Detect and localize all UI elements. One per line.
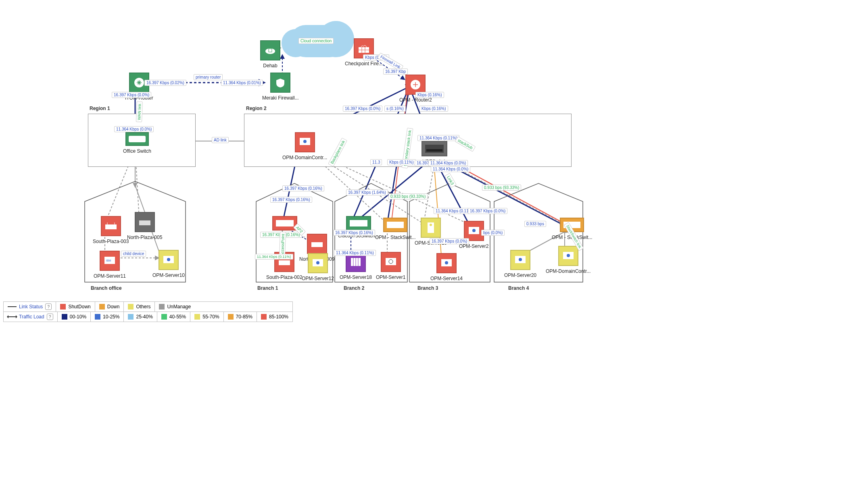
legend-label: Link Status	[19, 304, 43, 310]
svg-point-73	[445, 261, 448, 264]
link-label: Kbps (0.16%)	[415, 92, 444, 98]
node-label: OPM-Server1	[376, 274, 405, 280]
cloud-node-icon	[260, 40, 280, 60]
link-label: 16.397 Kbps (0.0%)	[112, 92, 151, 98]
pc-icon	[295, 132, 315, 152]
legend-traffic-load: Traffic Load ?	[4, 312, 58, 322]
link-label: bps (0.0%)	[481, 230, 505, 236]
node-north-plaza-005[interactable]: North-Plaza-005	[127, 212, 162, 240]
legend-t3: 25-40%	[124, 312, 157, 322]
link-label: 0.933 bps (93.33%)	[388, 193, 428, 199]
node-opm-router2[interactable]: OPM - Router2	[399, 75, 432, 103]
link-label: primary router	[194, 74, 223, 80]
legend-t4: 40-55%	[157, 312, 190, 322]
node-opm-domain2[interactable]: OPM-DomainContr...	[546, 246, 590, 274]
pc-icon	[308, 253, 328, 273]
link-label: 11.364 Kbps (0.0%)	[431, 166, 470, 172]
node-label: North-Plaza-005	[127, 235, 162, 240]
topology-canvas: Cloud connection Region 1 Region 2 ITOM-…	[0, 0, 605, 337]
link-label: Link3	[444, 173, 457, 188]
switch-icon	[383, 218, 407, 232]
node-dehab[interactable]: Dehab	[260, 40, 280, 69]
link-label: 16.397 Kbp	[383, 69, 408, 75]
node-opm-server14[interactable]: OPM-Server14	[430, 253, 463, 281]
link-label: 16.397 Kbps (0.0%)	[430, 238, 469, 244]
legend-panel: Link Status ? ShutDown Down Others UnMan…	[3, 301, 293, 322]
link-label: 16.397 Kbps (0.0%)	[343, 106, 382, 112]
svg-rect-60	[350, 220, 367, 226]
node-opm-server10[interactable]: OPM-Server10	[152, 250, 185, 278]
link-label: 0.933 bps	[524, 221, 546, 227]
link-label: 16.397 Kbps (0.02%)	[144, 80, 186, 86]
svg-point-44	[303, 140, 307, 143]
firewall-icon	[270, 73, 290, 93]
node-south-plaza-003[interactable]: South-Plaza-003	[93, 216, 129, 244]
node-label: Checkpoint Fire...	[345, 61, 383, 66]
legend-down: Down	[95, 302, 124, 312]
node-label: OPM - StackSwit...	[375, 235, 416, 240]
pc-icon	[558, 246, 578, 266]
link-label: 11.364 Kbps (0.11%)	[334, 250, 376, 256]
bidirectional-icon	[8, 316, 17, 317]
legend-others: Others	[124, 302, 155, 312]
svg-point-54	[167, 258, 170, 261]
node-label: South-Plaza-003	[93, 239, 129, 244]
link-label: WAN link	[136, 102, 143, 122]
legend-t5: 55-70%	[190, 312, 223, 322]
legend-label: Traffic Load	[19, 314, 44, 320]
link-label: Kbps (0.16%)	[419, 106, 448, 112]
link-label: 11.364 Kbps (0.0%)	[114, 126, 154, 132]
node-label: OPM-Server11	[94, 273, 126, 279]
pc-icon	[510, 250, 530, 270]
help-icon[interactable]: ?	[45, 303, 52, 310]
svg-rect-42	[129, 136, 146, 142]
node-opm-server12[interactable]: OPM-Server12	[302, 253, 334, 281]
legend-shutdown: ShutDown	[56, 302, 95, 312]
link-label: 11.364 Kbps (0.01%)	[221, 80, 263, 86]
svg-point-78	[567, 254, 570, 257]
node-label: OPM-Server12	[302, 276, 334, 281]
svg-rect-56	[311, 242, 323, 247]
svg-point-76	[519, 258, 522, 261]
link-label: 0.933 bps (93.33%)	[482, 185, 521, 191]
node-meraki-firewall[interactable]: Meraki Firewall...	[262, 73, 299, 101]
node-office-switch[interactable]: Office Switch	[123, 132, 151, 154]
cloud-connection-label: Cloud connection	[298, 38, 334, 44]
node-checkpoint[interactable]: Checkpoint Fire...	[345, 38, 383, 66]
pc-icon: IBM	[100, 251, 120, 271]
device-icon	[101, 216, 121, 236]
help-icon[interactable]: ?	[47, 314, 53, 320]
node-opm-server1[interactable]: OPM-Server1	[376, 252, 405, 280]
node-label: OPM - Router2	[399, 97, 432, 103]
pc-icon	[436, 253, 457, 273]
link-label: 11.364 Kbps (0.11%)	[417, 135, 459, 141]
pc-icon	[159, 250, 179, 270]
svg-rect-46	[426, 149, 442, 152]
svg-text:IBM: IBM	[106, 259, 111, 262]
node-label: South-Plaza-002	[266, 274, 302, 280]
node-label: OPM-DomainContr...	[546, 268, 590, 274]
node-opm-stackswitch[interactable]: OPM - StackSwit...	[375, 218, 416, 240]
device-icon	[135, 212, 155, 232]
node-opm-domain[interactable]: OPM-DomainContr...	[282, 132, 327, 160]
legend-t2: 10-25%	[91, 312, 124, 322]
node-opm-server20[interactable]: OPM-Server20	[504, 250, 536, 278]
node-label: OPM-Server20	[504, 272, 536, 278]
region-2-label: Region 2	[246, 106, 267, 111]
svg-rect-61	[387, 222, 404, 228]
svg-rect-50	[139, 220, 150, 225]
link-label: 11.364 Kbps (0.11%)	[255, 254, 293, 260]
link-label: 16.397 Kbps (0.0%)	[468, 208, 507, 214]
branch-3-label: Branch 3	[417, 285, 438, 291]
switch-icon	[125, 132, 149, 146]
node-label: OPM-Server18	[340, 274, 372, 280]
switch-icon	[421, 141, 447, 156]
switch-icon	[346, 216, 371, 231]
link-label: 16.397 Kbps (0.16%)	[270, 197, 312, 203]
svg-point-38	[265, 48, 275, 54]
node-label: Office Switch	[123, 148, 151, 154]
region-1-label: Region 1	[90, 106, 110, 111]
link-label: 16.397 Kbps (0.16%)	[333, 230, 375, 236]
pc-icon	[381, 252, 401, 272]
node-opm-server18[interactable]: OPM-Server18	[340, 252, 372, 280]
